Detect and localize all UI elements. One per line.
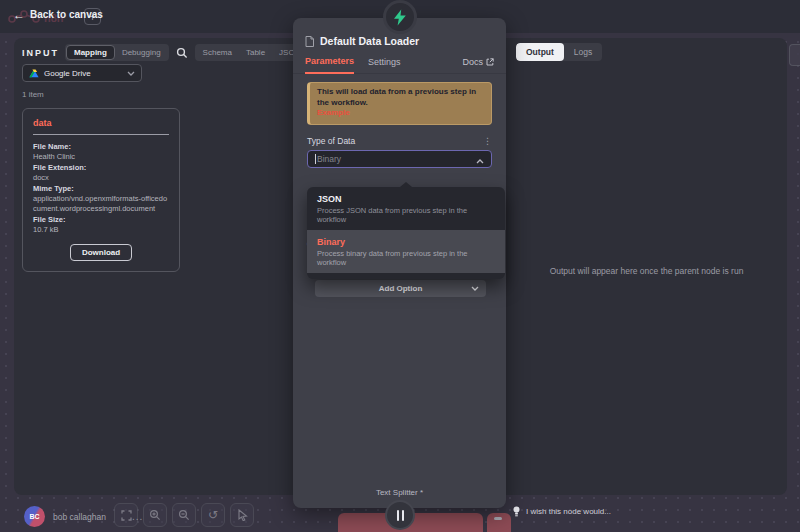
file-field-label: File Size: [33,215,169,225]
output-empty-message: Output will appear here once the parent … [519,265,775,277]
binary-key: data [33,118,169,128]
back-arrow-icon: ← [13,10,25,20]
type-of-data-value: Binary [317,154,341,164]
option-description: Process binary data from previous step i… [317,249,495,267]
avatar[interactable]: BC [24,506,45,527]
sub-node-connector[interactable] [385,500,415,530]
chevron-down-icon [471,284,479,293]
input-panel: INPUT Mapping Debugging Schema Table JSO… [14,38,294,495]
text-cursor [315,154,316,164]
items-count: 1 item [22,90,44,99]
type-of-data-dropdown: JSON Process JSON data from previous ste… [307,187,505,279]
undo-button[interactable]: ↺ [201,503,225,527]
connector-bar [397,510,399,521]
user-name: bob callaghan [53,512,106,522]
input-panel-header: INPUT Mapping Debugging Schema Table JSO… [14,38,294,61]
option-binary[interactable]: Binary Process binary data from previous… [307,230,505,273]
divider [33,134,169,135]
background-node-button [487,513,511,532]
input-mode-tabs: Mapping Debugging [65,44,169,61]
connector-bar [402,510,404,521]
input-panel-title: INPUT [22,48,59,58]
callout-text: This will load data from a previous step… [317,87,476,107]
file-field-label: File Name: [33,142,169,152]
zoom-out-button[interactable] [172,503,196,527]
field-label-row: Type of Data ⋮ [307,136,492,146]
option-name: JSON [317,194,495,204]
zoom-in-button[interactable] [143,503,167,527]
tab-settings[interactable]: Settings [368,57,401,73]
binary-data-card: data File Name: Health Clinic File Exten… [22,108,180,272]
node-settings-modal: Default Data Loader Parameters Settings … [293,18,506,508]
output-tabs: Output Logs [516,43,602,61]
node-title: Default Data Loader [320,35,419,47]
add-option-button[interactable]: Add Option [315,280,486,297]
dash-icon [494,517,502,520]
chevron-down-icon [127,69,135,78]
tab-output[interactable]: Output [516,43,564,61]
source-select-value: Google Drive [44,69,91,78]
tab-mapping[interactable]: Mapping [66,45,115,60]
option-description: Process JSON data from previous step in … [317,206,495,224]
kebab-menu-icon[interactable]: ⋮ [483,137,492,145]
type-of-data-select[interactable]: Binary [307,150,492,168]
dropdown-notch [400,182,412,187]
node-feedback[interactable]: I wish this node would... [512,506,611,517]
parameters-body: This will load data from a previous step… [293,74,506,297]
file-field-value: docx [33,173,169,183]
output-panel: Output Logs Output will appear here once… [506,38,787,495]
tab-table[interactable]: Table [239,45,272,60]
file-field-label: File Extension: [33,163,169,173]
collapsed-panel-button[interactable] [789,44,800,66]
tab-debugging[interactable]: Debugging [115,45,168,60]
file-icon [305,36,314,47]
add-option-label: Add Option [379,284,423,293]
pointer-tool-button[interactable] [230,503,254,527]
download-button[interactable]: Download [70,244,132,261]
back-to-canvas-label: Back to canvas [30,9,103,20]
chevron-up-icon [476,150,484,168]
docs-link[interactable]: Docs [462,57,494,73]
sub-node-connector-label: Text Splitter * [293,488,506,497]
file-field-value: application/vnd.openxmlformats-officedoc… [33,194,169,214]
node-icon [383,0,417,34]
bolt-icon [393,9,407,26]
modal-tabs: Parameters Settings Docs [293,47,506,74]
lightbulb-icon [512,506,521,517]
tab-parameters[interactable]: Parameters [305,56,354,74]
tab-schema[interactable]: Schema [196,45,239,60]
option-json[interactable]: JSON Process JSON data from previous ste… [307,187,505,230]
search-icon[interactable] [176,47,188,59]
file-field-value: 10.7 kB [33,225,169,235]
type-of-data-label: Type of Data [307,136,355,146]
wish-text: I wish this node would... [526,507,611,516]
option-name: Binary [317,237,495,247]
file-field-value: Health Clinic [33,152,169,162]
info-callout: This will load data from a previous step… [307,82,492,125]
back-to-canvas-button[interactable]: ← Back to canvas [13,9,103,20]
user-chip[interactable]: BC bob callaghan ... [24,506,143,527]
google-drive-icon [29,69,39,78]
docs-label: Docs [462,57,483,67]
example-link[interactable]: Example [317,108,484,119]
user-more-menu[interactable]: ... [132,511,143,522]
external-link-icon [486,58,494,66]
input-source-select[interactable]: Google Drive [22,64,142,82]
tab-logs[interactable]: Logs [564,43,602,61]
file-field-label: Mime Type: [33,184,169,194]
